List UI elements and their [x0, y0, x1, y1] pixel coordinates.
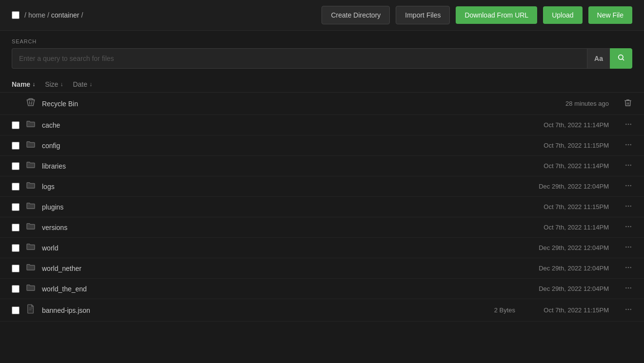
folder-icon — [25, 284, 36, 294]
file-checkbox-2[interactable] — [12, 162, 20, 170]
svg-point-13 — [628, 185, 629, 186]
file-rows-container: cache Oct 7th, 2022 11:14PM config Oct 7… — [0, 115, 644, 322]
table-row: world_nether Dec 29th, 2022 12:04PM — [0, 258, 644, 279]
sort-row: Name ↓ Size ↓ Date ↓ — [0, 76, 644, 93]
recycle-bin-delete-button[interactable] — [615, 98, 632, 109]
svg-point-7 — [628, 144, 629, 145]
file-name: world — [42, 244, 470, 252]
svg-point-12 — [625, 185, 627, 186]
table-row: logs Dec 29th, 2022 12:04PM — [0, 176, 644, 197]
svg-point-21 — [625, 246, 627, 248]
file-actions-menu-button[interactable] — [615, 141, 632, 151]
file-actions-menu-button[interactable] — [615, 223, 632, 232]
folder-icon — [25, 202, 36, 212]
file-name: banned-ips.json — [42, 306, 470, 314]
file-date: Dec 29th, 2022 12:04PM — [521, 285, 609, 292]
table-row: banned-ips.json 2 Bytes Oct 7th, 2022 11… — [0, 299, 644, 322]
header: / home / container / Create Directory Im… — [0, 0, 644, 31]
file-checkbox-6[interactable] — [12, 244, 20, 252]
sort-by-size-button[interactable]: Size ↓ — [45, 80, 63, 88]
table-row: world_the_end Dec 29th, 2022 12:04PM — [0, 279, 644, 299]
svg-point-11 — [630, 164, 631, 166]
folder-icon — [25, 181, 36, 191]
file-name: libraries — [42, 162, 470, 170]
file-date: Oct 7th, 2022 11:14PM — [521, 224, 609, 231]
download-from-url-button[interactable]: Download From URL — [456, 6, 537, 24]
breadcrumb-separator: / — [24, 11, 26, 19]
folder-icon — [25, 161, 36, 171]
recycle-bin-name: Recycle Bin — [42, 100, 515, 108]
breadcrumb-home[interactable]: home — [28, 11, 45, 19]
svg-point-18 — [625, 226, 627, 227]
breadcrumb-separator2: / — [47, 11, 49, 19]
file-name: versions — [42, 224, 470, 231]
sort-name-arrow: ↓ — [32, 81, 35, 88]
file-actions-menu-button[interactable] — [615, 120, 632, 130]
file-date: Oct 7th, 2022 11:15PM — [521, 142, 609, 149]
file-date: Oct 7th, 2022 11:14PM — [521, 121, 609, 129]
table-row: plugins Oct 7th, 2022 11:15PM — [0, 197, 644, 217]
file-name: config — [42, 142, 470, 150]
svg-point-26 — [630, 267, 631, 268]
svg-point-3 — [625, 123, 627, 125]
select-all-checkbox[interactable] — [12, 11, 20, 19]
svg-point-28 — [628, 287, 629, 288]
folder-icon — [25, 222, 36, 232]
svg-point-6 — [625, 144, 627, 145]
search-button[interactable] — [610, 48, 632, 69]
file-date: Dec 29th, 2022 12:04PM — [521, 244, 609, 251]
file-checkbox-4[interactable] — [12, 203, 20, 211]
svg-point-29 — [630, 287, 631, 288]
svg-line-1 — [623, 59, 624, 60]
svg-point-32 — [625, 308, 627, 310]
file-name: logs — [42, 183, 470, 191]
file-checkbox-3[interactable] — [12, 183, 20, 191]
folder-icon — [25, 140, 36, 151]
file-actions-menu-button[interactable] — [615, 202, 632, 212]
file-date: Oct 7th, 2022 11:15PM — [521, 306, 609, 314]
svg-point-20 — [630, 226, 631, 227]
table-row: config Oct 7th, 2022 11:15PM — [0, 135, 644, 156]
svg-point-25 — [628, 267, 629, 268]
file-checkbox-7[interactable] — [12, 265, 20, 272]
search-input[interactable] — [12, 48, 587, 69]
folder-icon — [25, 243, 36, 253]
file-checkbox-5[interactable] — [12, 224, 20, 231]
svg-point-9 — [625, 164, 627, 166]
sort-date-arrow: ↓ — [89, 81, 92, 88]
svg-point-16 — [628, 205, 629, 207]
file-checkbox-1[interactable] — [12, 142, 20, 150]
file-checkbox-8[interactable] — [12, 285, 20, 293]
svg-point-0 — [619, 55, 623, 59]
svg-point-5 — [630, 123, 631, 125]
table-row: cache Oct 7th, 2022 11:14PM — [0, 115, 644, 135]
search-section: SEARCH Aa — [0, 31, 644, 69]
svg-point-33 — [628, 308, 629, 310]
file-actions-menu-button[interactable] — [615, 306, 632, 315]
svg-point-27 — [625, 287, 627, 288]
file-checkbox-9[interactable] — [12, 306, 20, 314]
import-files-button[interactable]: Import Files — [396, 6, 450, 24]
new-file-button[interactable]: New File — [588, 6, 632, 24]
file-size: 2 Bytes — [476, 306, 515, 314]
recycle-bin-row: Recycle Bin 28 minutes ago — [0, 93, 644, 115]
upload-button[interactable]: Upload — [543, 6, 582, 24]
file-actions-menu-button[interactable] — [615, 264, 632, 273]
file-actions-menu-button[interactable] — [615, 284, 632, 294]
svg-point-8 — [630, 144, 631, 145]
create-directory-button[interactable]: Create Directory — [322, 6, 390, 24]
case-sensitive-button[interactable]: Aa — [587, 48, 610, 69]
file-actions-menu-button[interactable] — [615, 182, 632, 191]
file-actions-menu-button[interactable] — [615, 243, 632, 253]
file-checkbox-0[interactable] — [12, 121, 20, 129]
svg-point-4 — [628, 123, 629, 125]
breadcrumb: / home / container / — [12, 11, 316, 19]
sort-by-name-button[interactable]: Name ↓ — [12, 80, 35, 88]
file-name: cache — [42, 121, 470, 129]
recycle-bin-date: 28 minutes ago — [521, 100, 609, 107]
sort-by-date-button[interactable]: Date ↓ — [73, 80, 92, 88]
recycle-bin-icon — [25, 97, 36, 110]
search-label: SEARCH — [12, 38, 632, 44]
search-icon — [617, 54, 625, 61]
file-actions-menu-button[interactable] — [615, 161, 632, 171]
